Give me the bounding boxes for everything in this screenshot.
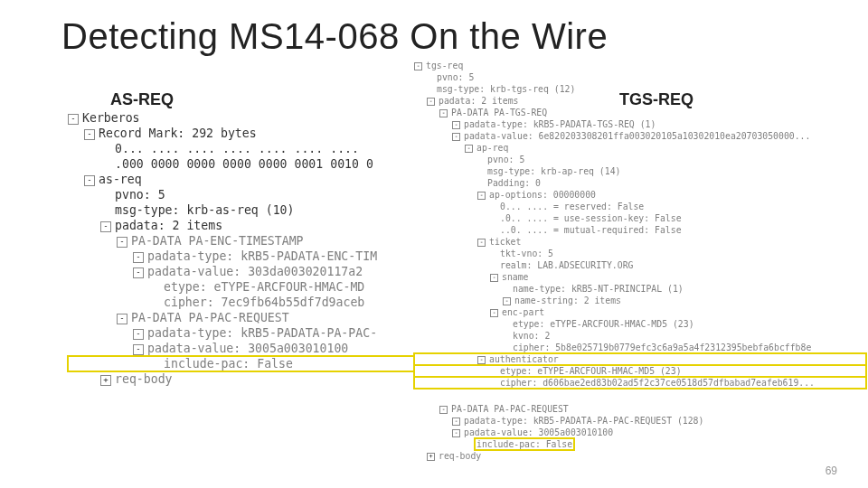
- packet-text: realm: LAB.ADSECURITY.ORG: [500, 260, 633, 270]
- packet-line: etype: eTYPE-ARCFOUR-HMAC-MD5 (23): [414, 365, 866, 377]
- packet-line: -ap-req: [414, 142, 866, 154]
- packet-text: padata: 2 items: [439, 96, 518, 106]
- packet-line: pvno: 5: [414, 154, 866, 165]
- packet-text: cipher: 7ec9fb64b55df7d9aceb: [164, 296, 364, 309]
- collapse-icon[interactable]: -: [439, 406, 448, 414]
- packet-text: etype: eTYPE-ARCFOUR-HMAC-MD5 (23): [513, 319, 694, 329]
- collapse-icon[interactable]: -: [477, 356, 486, 364]
- collapse-icon[interactable]: -: [133, 344, 144, 355]
- packet-text: PA-DATA PA-PAC-REQUEST: [451, 404, 569, 414]
- collapse-icon[interactable]: -: [84, 129, 95, 140]
- packet-text: padata: 2 items: [115, 219, 222, 232]
- collapse-icon[interactable]: -: [477, 192, 486, 200]
- packet-line: include-pac: False: [68, 356, 429, 371]
- packet-line: -padata-type: kRB5-PADATA-PA-PAC-REQUEST…: [414, 415, 866, 427]
- packet-text: cipher: 5b8e025719b0779efc3c6a9a5a4f2312…: [513, 343, 811, 352]
- expand-icon[interactable]: +: [100, 375, 111, 386]
- packet-dump-tgs-req: -tgs-reqpvno: 5msg-type: krb-tgs-req (12…: [414, 60, 866, 389]
- packet-line: -enc-part: [414, 306, 866, 318]
- packet-line: -authenticator: [414, 353, 866, 365]
- packet-text: Record Mark: 292 bytes: [99, 127, 257, 140]
- packet-line: -sname: [414, 271, 866, 283]
- packet-line: -Kerberos: [68, 110, 429, 126]
- packet-line: -padata-type: kRB5-PADATA-TGS-REQ (1): [414, 118, 866, 130]
- packet-text: padata-type: kRB5-PADATA-TGS-REQ (1): [464, 119, 656, 129]
- packet-line: kvno: 2: [414, 330, 866, 342]
- packet-line: +req-body: [414, 450, 866, 462]
- collapse-icon[interactable]: -: [117, 237, 127, 248]
- packet-text: ticket: [489, 237, 521, 247]
- packet-line: -padata: 2 items: [68, 218, 429, 233]
- packet-text: padata-type: kRB5-PADATA-ENC-TIM: [147, 249, 377, 263]
- packet-line: 0... .... .... .... .... .... ....: [68, 141, 429, 156]
- packet-text: etype: eTYPE-ARCFOUR-HMAC-MD: [164, 280, 364, 294]
- collapse-icon[interactable]: -: [452, 418, 460, 426]
- collapse-icon[interactable]: -: [414, 62, 422, 70]
- collapse-icon[interactable]: -: [84, 175, 95, 186]
- packet-text: padata-value: 3005a003010100: [464, 427, 613, 437]
- packet-text: pvno: 5: [437, 72, 474, 82]
- collapse-icon[interactable]: -: [452, 429, 460, 437]
- packet-text: padata-value: 303da003020117a2: [147, 265, 363, 278]
- packet-text: include-pac: False: [475, 438, 574, 450]
- packet-line: pvno: 5: [414, 71, 866, 83]
- packet-text: req-body: [115, 372, 173, 386]
- packet-text: padata-type: kRB5-PADATA-PA-PAC-: [147, 326, 377, 340]
- packet-line: tkt-vno: 5: [414, 248, 866, 259]
- packet-line: Padding: 0: [414, 177, 866, 189]
- collapse-icon[interactable]: -: [133, 267, 144, 278]
- packet-text: PA-DATA PA-TGS-REQ: [451, 108, 547, 117]
- packet-line: -padata-value: 303da003020117a2: [68, 264, 429, 279]
- collapse-icon[interactable]: -: [452, 121, 460, 129]
- packet-text: 0... .... .... .... .... .... ....: [115, 142, 359, 155]
- packet-line: -as-req: [68, 172, 429, 187]
- packet-text: name-type: kRB5-NT-PRINCIPAL (1): [513, 284, 684, 294]
- packet-line: -padata-value: 3005a003010100: [68, 341, 429, 356]
- collapse-icon[interactable]: -: [465, 145, 473, 153]
- packet-text: padata-value: 6e820203308201ffa003020105…: [464, 131, 810, 141]
- packet-text: cipher: d606bae2ed83b02ad5f2c37ce0518d57…: [500, 378, 815, 388]
- packet-text: etype: eTYPE-ARCFOUR-HMAC-MD5 (23): [500, 366, 682, 376]
- packet-line: pvno: 5: [68, 187, 429, 202]
- packet-text: kvno: 2: [513, 331, 550, 341]
- packet-line: -padata-value: 6e820203308201ffa00302010…: [414, 130, 866, 142]
- collapse-icon[interactable]: -: [477, 239, 486, 247]
- collapse-icon[interactable]: -: [439, 109, 448, 117]
- collapse-icon[interactable]: -: [427, 98, 435, 106]
- collapse-icon[interactable]: -: [490, 274, 498, 282]
- collapse-icon[interactable]: -: [68, 114, 79, 125]
- packet-line: -PA-DATA PA-PAC-REQUEST: [414, 403, 866, 415]
- collapse-icon[interactable]: -: [133, 252, 144, 263]
- packet-line: etype: eTYPE-ARCFOUR-HMAC-MD: [68, 279, 429, 295]
- packet-text: pvno: 5: [487, 155, 524, 164]
- packet-line: msg-type: krb-ap-req (14): [414, 165, 866, 177]
- packet-text: padata-type: kRB5-PADATA-PA-PAC-REQUEST …: [464, 416, 703, 426]
- packet-line: cipher: 5b8e025719b0779efc3c6a9a5a4f2312…: [414, 342, 866, 353]
- packet-line: 0... .... = reserved: False: [414, 201, 866, 212]
- collapse-icon[interactable]: -: [503, 297, 511, 305]
- packet-dump-as-req: -Kerberos-Record Mark: 292 bytes0... ...…: [68, 110, 429, 387]
- packet-text: 0... .... = reserved: False: [500, 202, 644, 211]
- packet-text: Padding: 0: [487, 178, 541, 188]
- packet-text: req-body: [439, 451, 481, 461]
- collapse-icon[interactable]: -: [100, 221, 111, 232]
- packet-text: authenticator: [489, 354, 559, 364]
- packet-line: etype: eTYPE-ARCFOUR-HMAC-MD5 (23): [414, 318, 866, 330]
- collapse-icon[interactable]: -: [133, 329, 144, 340]
- packet-text: .000 0000 0000 0000 0000 0001 0010 0: [115, 157, 373, 171]
- packet-text: name-string: 2 items: [514, 296, 621, 305]
- collapse-icon[interactable]: -: [452, 133, 460, 141]
- expand-icon[interactable]: +: [427, 453, 435, 461]
- packet-text: msg-type: krb-as-req (10): [115, 203, 295, 217]
- packet-line: realm: LAB.ADSECURITY.ORG: [414, 259, 866, 271]
- packet-line: -ap-options: 00000000: [414, 189, 866, 201]
- packet-line: cipher: d606bae2ed83b02ad5f2c37ce0518d57…: [414, 377, 866, 389]
- packet-text: ap-req: [476, 143, 508, 153]
- packet-text: Kerberos: [82, 111, 140, 125]
- collapse-icon[interactable]: -: [490, 309, 498, 317]
- packet-line: -tgs-req: [414, 60, 866, 71]
- packet-line: +req-body: [68, 371, 429, 387]
- packet-text: PA-DATA PA-ENC-TIMESTAMP: [131, 234, 304, 248]
- page-number: 69: [826, 465, 837, 477]
- collapse-icon[interactable]: -: [117, 314, 127, 324]
